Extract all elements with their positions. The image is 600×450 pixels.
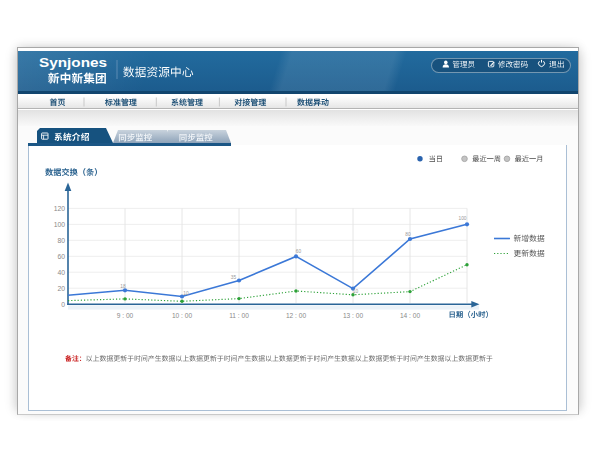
svg-text:9 : 00: 9 : 00 — [117, 312, 134, 319]
svg-text:35: 35 — [231, 275, 237, 280]
svg-text:10: 10 — [183, 291, 189, 296]
svg-text:0: 0 — [61, 301, 65, 308]
svg-text:100: 100 — [458, 216, 466, 221]
svg-text:40: 40 — [57, 269, 65, 276]
svg-text:120: 120 — [54, 205, 66, 212]
svg-text:11 : 00: 11 : 00 — [229, 312, 249, 319]
svg-text:60: 60 — [57, 253, 65, 260]
svg-text:60: 60 — [296, 249, 302, 254]
svg-text:100: 100 — [54, 221, 66, 228]
svg-text:12 : 00: 12 : 00 — [286, 312, 306, 319]
svg-text:80: 80 — [405, 232, 411, 237]
svg-text:10: 10 — [353, 289, 359, 294]
svg-text:10 : 00: 10 : 00 — [172, 312, 192, 319]
svg-text:18: 18 — [120, 284, 126, 289]
svg-text:13 : 00: 13 : 00 — [343, 312, 363, 319]
svg-text:20: 20 — [57, 285, 65, 292]
svg-text:80: 80 — [57, 237, 65, 244]
svg-text:Synjones: Synjones — [39, 55, 107, 70]
svg-text:14 : 00: 14 : 00 — [400, 312, 420, 319]
